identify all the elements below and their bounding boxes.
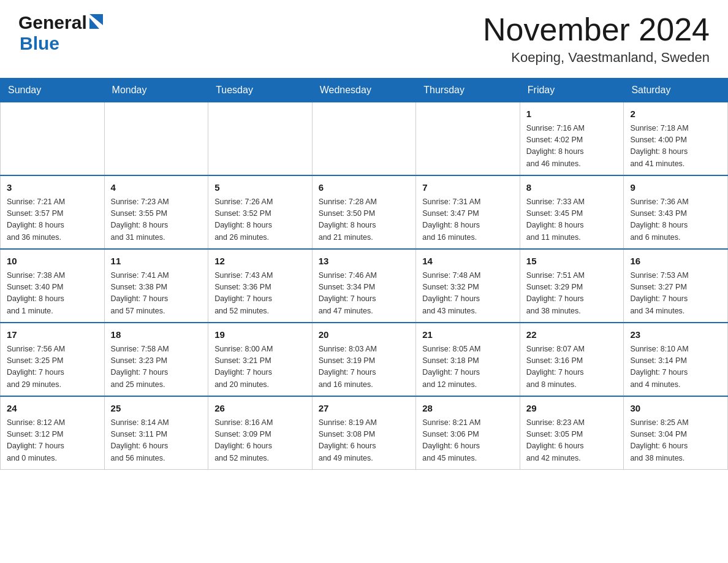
calendar-week-row: 24Sunrise: 8:12 AMSunset: 3:12 PMDayligh… [1,396,728,470]
day-info: Sunrise: 7:48 AMSunset: 3:32 PMDaylight:… [422,270,514,318]
day-number: 4 [111,181,202,195]
calendar-table: Sunday Monday Tuesday Wednesday Thursday… [0,78,728,470]
day-number: 3 [7,181,98,195]
day-number: 25 [111,402,202,416]
day-number: 8 [526,181,618,195]
table-row [104,102,208,176]
header-sunday: Sunday [1,79,105,102]
day-info: Sunrise: 8:16 AMSunset: 3:09 PMDaylight:… [214,417,306,465]
day-number: 7 [422,181,514,195]
table-row [1,102,105,176]
table-row: 18Sunrise: 7:58 AMSunset: 3:23 PMDayligh… [104,323,208,396]
day-info: Sunrise: 7:21 AMSunset: 3:57 PMDaylight:… [7,196,98,244]
day-info: Sunrise: 8:00 AMSunset: 3:21 PMDaylight:… [214,343,306,391]
table-row [208,102,313,176]
table-row: 20Sunrise: 8:03 AMSunset: 3:19 PMDayligh… [312,323,416,396]
day-info: Sunrise: 8:10 AMSunset: 3:14 PMDaylight:… [630,343,721,391]
day-number: 5 [214,181,306,195]
table-row: 10Sunrise: 7:38 AMSunset: 3:40 PMDayligh… [1,249,105,323]
day-number: 30 [630,402,721,416]
day-info: Sunrise: 7:53 AMSunset: 3:27 PMDaylight:… [630,270,721,318]
table-row: 5Sunrise: 7:26 AMSunset: 3:52 PMDaylight… [208,175,313,249]
logo: General Blue [18,12,103,54]
day-number: 6 [319,181,410,195]
day-number: 18 [111,328,202,342]
table-row: 4Sunrise: 7:23 AMSunset: 3:55 PMDaylight… [104,175,208,249]
day-number: 13 [319,255,410,269]
day-number: 16 [630,255,721,269]
day-info: Sunrise: 8:21 AMSunset: 3:06 PMDaylight:… [422,417,514,465]
table-row: 12Sunrise: 7:43 AMSunset: 3:36 PMDayligh… [208,249,313,323]
table-row: 24Sunrise: 8:12 AMSunset: 3:12 PMDayligh… [1,396,105,470]
table-row: 15Sunrise: 7:51 AMSunset: 3:29 PMDayligh… [520,249,624,323]
day-info: Sunrise: 7:31 AMSunset: 3:47 PMDaylight:… [422,196,514,244]
day-number: 19 [214,328,306,342]
header-saturday: Saturday [624,79,728,102]
day-info: Sunrise: 8:14 AMSunset: 3:11 PMDaylight:… [111,417,202,465]
day-number: 24 [7,402,98,416]
table-row: 28Sunrise: 8:21 AMSunset: 3:06 PMDayligh… [416,396,520,470]
table-row: 19Sunrise: 8:00 AMSunset: 3:21 PMDayligh… [208,323,313,396]
day-number: 14 [422,255,514,269]
table-row: 16Sunrise: 7:53 AMSunset: 3:27 PMDayligh… [624,249,728,323]
day-info: Sunrise: 8:07 AMSunset: 3:16 PMDaylight:… [526,343,618,391]
day-info: Sunrise: 8:12 AMSunset: 3:12 PMDaylight:… [7,417,98,465]
table-row: 7Sunrise: 7:31 AMSunset: 3:47 PMDaylight… [416,175,520,249]
day-info: Sunrise: 7:41 AMSunset: 3:38 PMDaylight:… [111,270,202,318]
calendar-week-row: 1Sunrise: 7:16 AMSunset: 4:02 PMDaylight… [1,102,728,176]
table-row: 14Sunrise: 7:48 AMSunset: 3:32 PMDayligh… [416,249,520,323]
day-info: Sunrise: 8:25 AMSunset: 3:04 PMDaylight:… [630,417,721,465]
day-number: 17 [7,328,98,342]
day-number: 22 [526,328,618,342]
calendar-header-row: Sunday Monday Tuesday Wednesday Thursday… [1,79,728,102]
table-row: 9Sunrise: 7:36 AMSunset: 3:43 PMDaylight… [624,175,728,249]
logo-general: General [18,12,87,33]
table-row: 25Sunrise: 8:14 AMSunset: 3:11 PMDayligh… [104,396,208,470]
day-info: Sunrise: 8:03 AMSunset: 3:19 PMDaylight:… [319,343,410,391]
table-row: 13Sunrise: 7:46 AMSunset: 3:34 PMDayligh… [312,249,416,323]
day-number: 1 [526,107,618,121]
table-row: 2Sunrise: 7:18 AMSunset: 4:00 PMDaylight… [624,102,728,176]
table-row: 3Sunrise: 7:21 AMSunset: 3:57 PMDaylight… [1,175,105,249]
header-friday: Friday [520,79,624,102]
day-info: Sunrise: 8:19 AMSunset: 3:08 PMDaylight:… [319,417,410,465]
day-number: 23 [630,328,721,342]
logo-blue: Blue [20,33,59,53]
table-row: 8Sunrise: 7:33 AMSunset: 3:45 PMDaylight… [520,175,624,249]
title-block: November 2024 Koeping, Vaestmanland, Swe… [483,12,710,66]
logo-triangle-icon [89,14,103,31]
header-tuesday: Tuesday [208,79,313,102]
day-number: 27 [319,402,410,416]
day-info: Sunrise: 8:05 AMSunset: 3:18 PMDaylight:… [422,343,514,391]
table-row: 26Sunrise: 8:16 AMSunset: 3:09 PMDayligh… [208,396,313,470]
day-number: 29 [526,402,618,416]
day-info: Sunrise: 7:18 AMSunset: 4:00 PMDaylight:… [630,123,721,170]
calendar-week-row: 17Sunrise: 7:56 AMSunset: 3:25 PMDayligh… [1,323,728,396]
day-info: Sunrise: 7:33 AMSunset: 3:45 PMDaylight:… [526,196,618,244]
table-row: 11Sunrise: 7:41 AMSunset: 3:38 PMDayligh… [104,249,208,323]
day-info: Sunrise: 7:43 AMSunset: 3:36 PMDaylight:… [214,270,306,318]
table-row: 17Sunrise: 7:56 AMSunset: 3:25 PMDayligh… [1,323,105,396]
header-wednesday: Wednesday [312,79,416,102]
day-info: Sunrise: 7:56 AMSunset: 3:25 PMDaylight:… [7,343,98,391]
table-row: 23Sunrise: 8:10 AMSunset: 3:14 PMDayligh… [624,323,728,396]
day-number: 15 [526,255,618,269]
calendar-week-row: 10Sunrise: 7:38 AMSunset: 3:40 PMDayligh… [1,249,728,323]
day-info: Sunrise: 8:23 AMSunset: 3:05 PMDaylight:… [526,417,618,465]
table-row: 30Sunrise: 8:25 AMSunset: 3:04 PMDayligh… [624,396,728,470]
calendar-week-row: 3Sunrise: 7:21 AMSunset: 3:57 PMDaylight… [1,175,728,249]
day-info: Sunrise: 7:23 AMSunset: 3:55 PMDaylight:… [111,196,202,244]
table-row: 6Sunrise: 7:28 AMSunset: 3:50 PMDaylight… [312,175,416,249]
day-info: Sunrise: 7:58 AMSunset: 3:23 PMDaylight:… [111,343,202,391]
location-title: Koeping, Vaestmanland, Sweden [483,50,710,66]
day-number: 26 [214,402,306,416]
table-row: 22Sunrise: 8:07 AMSunset: 3:16 PMDayligh… [520,323,624,396]
table-row [416,102,520,176]
table-row: 1Sunrise: 7:16 AMSunset: 4:02 PMDaylight… [520,102,624,176]
table-row [312,102,416,176]
day-info: Sunrise: 7:16 AMSunset: 4:02 PMDaylight:… [526,123,618,170]
page-header: General Blue November 2024 Koeping, Vaes… [0,0,728,72]
day-number: 2 [630,107,721,121]
header-monday: Monday [104,79,208,102]
day-info: Sunrise: 7:26 AMSunset: 3:52 PMDaylight:… [214,196,306,244]
